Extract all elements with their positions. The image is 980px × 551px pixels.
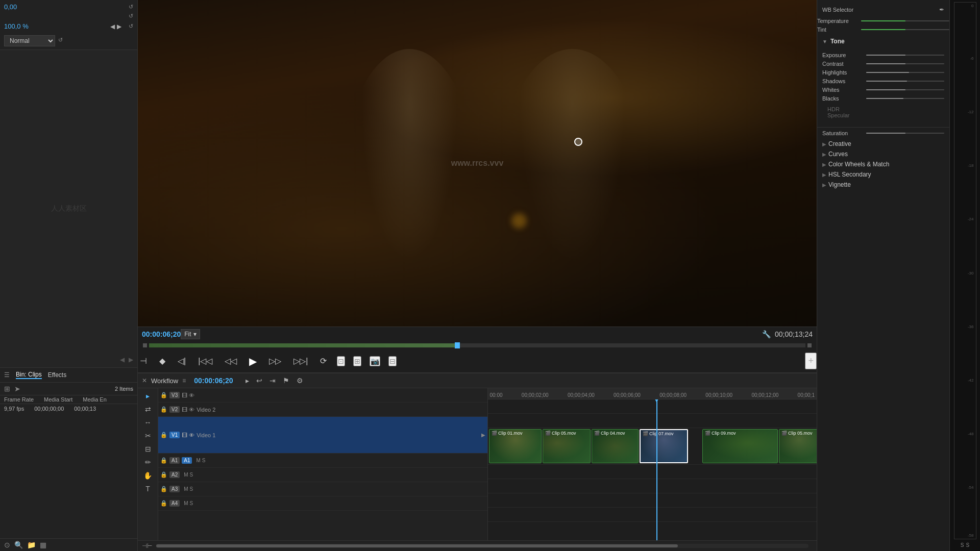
clip-05a[interactable]: 🎬 Clip 05.mov — [543, 429, 591, 463]
lock-a1[interactable]: 🔒 — [160, 457, 167, 464]
lock-a3[interactable]: 🔒 — [160, 486, 167, 492]
bin-icon-grid[interactable]: ▦ — [40, 541, 46, 549]
bin-list-icon[interactable]: ⊞ — [4, 385, 10, 393]
bin-icon-search[interactable]: ⊙ — [4, 541, 10, 549]
btn-step-fwd[interactable]: ▷▷ — [267, 355, 283, 367]
highlights-slider[interactable] — [866, 72, 944, 73]
clip-05b[interactable]: 🎬 Clip 05.mov — [779, 429, 817, 463]
bin-icon-folder[interactable]: 📁 — [27, 541, 36, 549]
shadows-slider[interactable] — [866, 81, 944, 82]
a2-m-btn[interactable]: M — [184, 472, 188, 478]
tool-hand[interactable]: ✋ — [142, 470, 154, 481]
tl-tool-select[interactable]: ▸ — [243, 375, 251, 386]
clips-area[interactable]: 🎬 Clip 01.mov 🎬 Clip 05.mov — [488, 399, 817, 540]
blend-mode-select[interactable]: Normal Dissolve Multiply — [4, 35, 55, 46]
nav-left[interactable]: ◀ — [110, 23, 115, 30]
tint-slider[interactable] — [861, 29, 949, 30]
wb-eyedropper-icon[interactable]: ✒ — [939, 6, 944, 13]
btn-add[interactable]: + — [805, 353, 817, 369]
vignette-section-item[interactable]: ▶ Vignette — [817, 180, 949, 190]
btn-play[interactable]: ▶ — [247, 354, 259, 368]
tool-ripple[interactable]: ⇄ — [143, 404, 153, 415]
btn-step-back[interactable]: ◁◁ — [223, 355, 239, 367]
btn-loop[interactable]: ⟳ — [318, 355, 329, 367]
v1-expand-icon[interactable]: ▶ — [481, 432, 485, 438]
nav-right[interactable]: ▶ — [117, 23, 121, 30]
tl-tool-extra[interactable]: ⚙ — [295, 375, 305, 386]
tl-bottom-out[interactable]: ⊢ — [147, 542, 152, 549]
v2-film-icon[interactable]: 🎞 — [182, 407, 187, 413]
playback-bar[interactable] — [138, 341, 817, 349]
btn-screenshot[interactable]: 📷 — [370, 356, 380, 366]
a1-m-btn[interactable]: M — [196, 458, 200, 463]
lane-v1[interactable]: 🎬 Clip 01.mov 🎬 Clip 05.mov — [488, 428, 817, 465]
v1-eye-icon[interactable]: 👁 — [189, 432, 194, 438]
progress-track[interactable] — [149, 343, 805, 347]
tl-tool-flag[interactable]: ⚑ — [281, 375, 291, 386]
scroll-left[interactable]: ◀ — [120, 356, 125, 363]
lock-a4[interactable]: 🔒 — [160, 500, 167, 507]
a4-m-btn[interactable]: M — [184, 500, 188, 506]
bin-icon-find[interactable]: 🔍 — [14, 541, 23, 549]
btn-marker[interactable]: ◆ — [157, 355, 167, 367]
color-wheels-section-item[interactable]: ▶ Color Wheels & Match — [817, 159, 949, 169]
exposure-slider[interactable] — [866, 55, 944, 56]
a1-s-btn[interactable]: S — [202, 458, 206, 463]
timeline-scrollbar[interactable] — [156, 544, 808, 548]
scroll-right[interactable]: ▶ — [129, 356, 133, 363]
curves-section-item[interactable]: ▶ Curves — [817, 149, 949, 159]
btn-camera[interactable]: ⊡ — [337, 356, 345, 366]
temperature-slider[interactable] — [861, 20, 949, 21]
v3-eye-icon[interactable]: 👁 — [189, 392, 194, 398]
tool-pen[interactable]: ✏ — [143, 457, 153, 468]
tool-razor[interactable]: ✂ — [143, 430, 153, 441]
reset-icon4[interactable]: ↺ — [58, 37, 63, 43]
hsl-section-item[interactable]: ▶ HSL Secondary — [817, 169, 949, 180]
clip-09[interactable]: 🎬 Clip 09.mov — [702, 429, 778, 463]
tl-bottom-in[interactable]: ⊣ — [142, 542, 147, 549]
saturation-slider[interactable] — [866, 133, 944, 134]
tool-rate-stretch[interactable]: ↔ — [143, 417, 153, 428]
reset-icon2[interactable]: ↺ — [129, 13, 133, 19]
a4-s-btn[interactable]: S — [190, 500, 193, 506]
tone-header[interactable]: ▼ Tone — [817, 35, 949, 47]
tab-effects[interactable]: Effects — [48, 371, 66, 379]
timeline-timecode[interactable]: 00:00:06;20 — [194, 377, 233, 385]
btn-to-in[interactable]: ⊣ — [138, 355, 149, 367]
creative-section-item[interactable]: ▶ Creative — [817, 139, 949, 149]
bin-hamburger-icon[interactable]: ☰ — [4, 371, 10, 379]
tl-tool-ripple[interactable]: ⇥ — [267, 375, 278, 386]
tool-type[interactable]: T — [144, 483, 152, 494]
tool-arrow[interactable]: ▸ — [144, 390, 151, 402]
clip-01[interactable]: 🎬 Clip 01.mov — [489, 429, 542, 463]
clip-04[interactable]: 🎬 Clip 04.mov — [592, 429, 639, 463]
v3-film-icon[interactable]: 🎞 — [182, 392, 187, 398]
fit-dropdown[interactable]: Fit ▾ — [181, 329, 200, 339]
btn-go-to-out[interactable]: ▷▷| — [291, 355, 310, 367]
lock-v2[interactable]: 🔒 — [160, 406, 167, 413]
lock-v1[interactable]: 🔒 — [160, 432, 167, 438]
lock-v3[interactable]: 🔒 — [160, 392, 167, 398]
lock-a2[interactable]: 🔒 — [160, 471, 167, 478]
timeline-menu-icon[interactable]: ≡ — [182, 377, 186, 384]
wrench-icon[interactable]: 🔧 — [762, 330, 771, 338]
bin-arrow-icon[interactable]: ➤ — [14, 385, 20, 393]
a3-m-btn[interactable]: M — [184, 486, 188, 492]
a3-s-btn[interactable]: S — [190, 486, 193, 492]
contrast-slider[interactable] — [866, 63, 944, 64]
reset-icon3[interactable]: ↺ — [129, 23, 133, 30]
v1-film-icon[interactable]: 🎞 — [182, 432, 187, 438]
clip-07-selected[interactable]: 🎬 Clip 07.mov — [640, 429, 688, 463]
whites-slider[interactable] — [866, 89, 944, 90]
btn-split[interactable]: ⊞ — [353, 356, 361, 366]
reset-icon1[interactable]: ↺ — [129, 4, 133, 10]
v2-eye-icon[interactable]: 👁 — [189, 407, 194, 413]
tab-bin-clips[interactable]: Bin: Clips — [16, 371, 42, 379]
tl-tool-razor[interactable]: ↩ — [254, 375, 264, 386]
btn-trim-left[interactable]: ◁| — [176, 355, 188, 367]
timeline-close-btn[interactable]: ✕ — [142, 377, 147, 384]
timecode-current[interactable]: 00:00:06;20 — [142, 330, 181, 338]
blacks-slider[interactable] — [866, 98, 944, 99]
a2-s-btn[interactable]: S — [190, 472, 193, 478]
btn-export[interactable]: ⊟ — [388, 356, 397, 366]
